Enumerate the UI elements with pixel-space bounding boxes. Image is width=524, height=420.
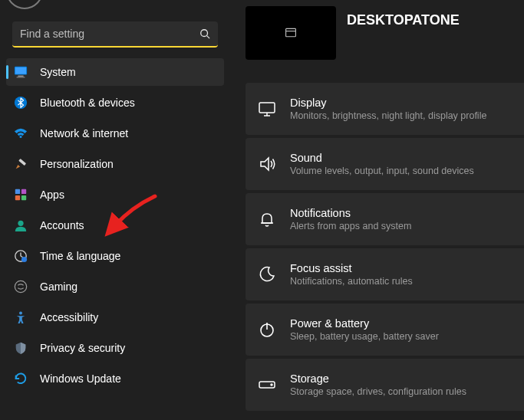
clock-globe-icon: [14, 249, 28, 263]
storage-icon: [258, 376, 276, 394]
card-subtitle: Monitors, brightness, night light, displ…: [290, 110, 486, 121]
moon-icon: [258, 265, 276, 284]
card-sound[interactable]: Sound Volume levels, output, input, soun…: [246, 138, 524, 190]
power-icon: [258, 320, 276, 339]
svg-line-1: [207, 36, 210, 39]
svg-point-16: [15, 281, 26, 292]
svg-point-15: [21, 257, 27, 262]
sidebar-item-gaming[interactable]: Gaming: [6, 273, 224, 300]
sidebar-item-personalization[interactable]: Personalization: [6, 150, 224, 178]
system-card-list: Display Monitors, brightness, night ligh…: [246, 83, 524, 411]
device-header: DESKTOPATONE: [246, 6, 524, 60]
sidebar-item-network[interactable]: Network & internet: [6, 120, 224, 147]
card-title: Display: [290, 97, 486, 109]
search-input[interactable]: [12, 21, 218, 46]
svg-rect-20: [259, 103, 275, 113]
sidebar-item-bluetooth[interactable]: Bluetooth & devices: [6, 89, 224, 116]
card-storage[interactable]: Storage Storage space, drives, configura…: [246, 359, 524, 411]
apps-icon: [14, 188, 28, 202]
sidebar-item-label: Personalization: [40, 158, 114, 170]
card-subtitle: Notifications, automatic rules: [290, 276, 413, 287]
card-subtitle: Alerts from apps and system: [290, 221, 411, 231]
card-subtitle: Storage space, drives, configuration rul…: [290, 386, 466, 397]
card-title: Storage: [290, 372, 466, 385]
gaming-icon: [14, 280, 28, 294]
card-title: Focus assist: [290, 262, 413, 274]
sidebar-item-accounts[interactable]: Accounts: [6, 212, 224, 239]
sidebar-item-label: Accessibility: [40, 311, 98, 323]
device-thumbnail[interactable]: [246, 6, 336, 60]
shield-icon: [14, 341, 28, 355]
search-icon: [199, 28, 210, 39]
svg-point-7: [19, 136, 21, 138]
card-power-battery[interactable]: Power & battery Sleep, battery usage, ba…: [246, 304, 524, 356]
sidebar-item-accessibility[interactable]: Accessibility: [6, 304, 224, 331]
wifi-icon: [14, 126, 28, 140]
sidebar-item-time-language[interactable]: Time & language: [6, 242, 224, 270]
card-title: Sound: [290, 152, 474, 164]
sound-icon: [258, 155, 276, 173]
sidebar-item-windows-update[interactable]: Windows Update: [6, 365, 224, 392]
search-wrap: [6, 0, 224, 48]
svg-rect-11: [15, 195, 20, 200]
bluetooth-icon: [14, 96, 28, 110]
sidebar-item-label: Time & language: [40, 250, 120, 262]
display-icon: [258, 100, 276, 118]
svg-rect-3: [15, 67, 26, 74]
system-icon: [14, 65, 28, 79]
svg-rect-12: [21, 195, 26, 200]
card-title: Power & battery: [290, 317, 439, 330]
svg-rect-10: [21, 189, 26, 194]
svg-point-13: [18, 221, 23, 226]
update-icon: [14, 372, 28, 386]
sidebar-item-label: Apps: [40, 189, 64, 201]
svg-rect-18: [286, 28, 296, 36]
card-focus-assist[interactable]: Focus assist Notifications, automatic ru…: [246, 248, 524, 300]
device-name: DESKTOPATONE: [347, 6, 460, 28]
sidebar-item-label: Accounts: [40, 219, 84, 231]
sidebar-item-label: Privacy & security: [40, 342, 125, 354]
accounts-icon: [14, 218, 28, 232]
card-subtitle: Volume levels, output, input, sound devi…: [290, 166, 474, 176]
svg-rect-8: [18, 159, 26, 166]
card-subtitle: Sleep, battery usage, battery saver: [290, 331, 439, 342]
window-icon: [285, 27, 297, 39]
card-display[interactable]: Display Monitors, brightness, night ligh…: [246, 83, 524, 135]
svg-point-27: [271, 384, 272, 386]
paintbrush-icon: [14, 157, 28, 171]
sidebar-item-label: System: [40, 66, 76, 78]
svg-point-17: [19, 312, 22, 315]
accessibility-icon: [14, 310, 28, 324]
sidebar-item-privacy[interactable]: Privacy & security: [6, 334, 224, 362]
bell-icon: [258, 210, 276, 228]
sidebar-item-label: Network & internet: [40, 127, 128, 139]
sidebar-item-label: Bluetooth & devices: [40, 97, 135, 109]
sidebar-item-label: Gaming: [40, 281, 77, 293]
svg-point-0: [201, 30, 208, 37]
sidebar-item-system[interactable]: System: [6, 58, 224, 86]
card-title: Notifications: [290, 207, 411, 219]
settings-sidebar: System Bluetooth & devices Network & int…: [0, 0, 230, 420]
svg-rect-5: [17, 77, 25, 77]
search-box[interactable]: [12, 21, 218, 48]
system-page: DESKTOPATONE Display Monitors, brightnes…: [230, 0, 524, 420]
settings-nav: System Bluetooth & devices Network & int…: [6, 58, 224, 392]
svg-rect-4: [18, 76, 23, 77]
sidebar-item-apps[interactable]: Apps: [6, 181, 224, 208]
card-notifications[interactable]: Notifications Alerts from apps and syste…: [246, 193, 524, 245]
svg-rect-9: [15, 189, 20, 194]
sidebar-item-label: Windows Update: [40, 372, 121, 385]
